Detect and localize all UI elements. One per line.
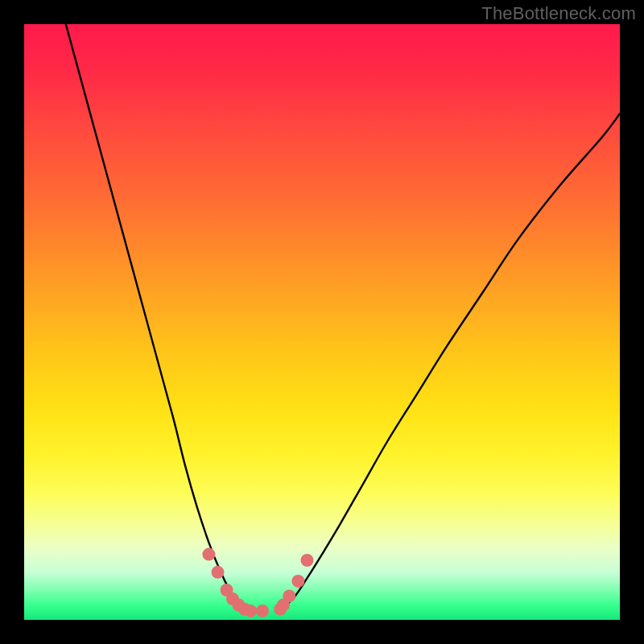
trough-dot xyxy=(212,566,225,579)
chart-frame: TheBottleneck.com xyxy=(0,0,644,644)
trough-markers xyxy=(202,548,313,617)
trough-dot xyxy=(244,605,257,617)
right-curve-path xyxy=(280,114,620,611)
left-curve-path xyxy=(66,24,245,611)
trough-dot xyxy=(202,548,215,561)
trough-dot xyxy=(301,554,314,567)
trough-dot xyxy=(256,605,269,617)
chart-svg xyxy=(24,24,620,620)
trough-dot xyxy=(291,575,304,588)
trough-dot xyxy=(283,589,295,602)
watermark-text: TheBottleneck.com xyxy=(481,3,636,24)
plot-area xyxy=(24,24,620,620)
